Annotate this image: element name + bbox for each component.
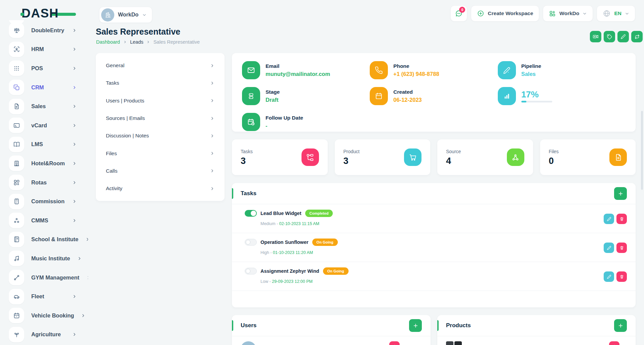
lead-menu-users-products[interactable]: Users | Products — [96, 92, 225, 110]
breadcrumb-current: Sales Representative — [153, 39, 200, 45]
task-name: Assignment Zephyr Wind — [260, 268, 319, 274]
task-priority: High - — [260, 250, 273, 255]
lead-call-button[interactable] — [590, 31, 601, 42]
sidebar-item-rotas[interactable]: Rotas — [0, 173, 88, 192]
add-user-button[interactable] — [409, 319, 422, 332]
task-priority: Low - — [260, 279, 272, 284]
logo-text: DASH — [22, 6, 59, 20]
phone-label: Phone — [393, 63, 439, 69]
workspace-avatar — [101, 8, 114, 21]
chevron-right-icon — [210, 63, 214, 68]
lead-menu-tasks[interactable]: Tasks — [96, 74, 225, 92]
workspace-dropdown[interactable]: WorkDo — [543, 5, 593, 21]
sidebar-item-lms[interactable]: LMS — [0, 135, 88, 154]
progress-value: 17% — [521, 90, 552, 99]
chevron-right-icon — [72, 142, 77, 146]
sidebar-item-hrm[interactable]: HRM — [0, 40, 88, 59]
users-card: Users — [232, 315, 431, 345]
users-title: Users — [241, 322, 256, 329]
chevron-right-icon — [72, 66, 77, 71]
sidebar-item-gym-management[interactable]: GYM Management — [0, 268, 88, 287]
language-dropdown[interactable]: EN — [597, 5, 635, 21]
sidebar-item-hotel-room[interactable]: Hotel&Room — [0, 154, 88, 173]
progress-bar — [521, 101, 552, 102]
share-nodes-icon — [507, 148, 524, 166]
cart-icon — [404, 148, 421, 166]
task-complete-toggle[interactable] — [245, 239, 257, 246]
lead-menu-discussion-notes[interactable]: Discussion | Notes — [96, 127, 225, 144]
delete-user-button[interactable] — [389, 341, 400, 345]
edit-task-button[interactable] — [604, 271, 614, 282]
sidebar-item-agriculture[interactable]: Agriculture — [0, 325, 88, 344]
product-row — [437, 336, 636, 345]
create-workspace-button[interactable]: Create Workspace — [471, 5, 539, 21]
sidebar-item-music-institute[interactable]: Music Institute — [0, 249, 88, 268]
edit-task-button[interactable] — [604, 243, 614, 253]
chevron-right-icon — [210, 186, 214, 191]
sidebar-item-vehicle-booking[interactable]: Vehicle Booking — [0, 306, 88, 325]
app: DASH WorkDo 0 Create Workspace WorkDo — [0, 0, 644, 345]
dash-logo[interactable]: DASH — [22, 6, 79, 21]
workspace-selector[interactable]: WorkDo — [99, 7, 152, 23]
lead-edit-button[interactable] — [617, 31, 629, 42]
sidebar-item-fleet[interactable]: Fleet — [0, 287, 88, 306]
delete-task-button[interactable] — [616, 243, 627, 253]
breadcrumb-dashboard[interactable]: Dashboard — [96, 39, 120, 45]
delete-task-button[interactable] — [616, 271, 627, 282]
sitemap-icon — [301, 148, 319, 166]
lead-menu-sources-emails[interactable]: Sources | Emails — [96, 110, 225, 127]
sidebar-item-cmms[interactable]: CMMS — [0, 211, 88, 230]
dumbbell-icon — [9, 270, 24, 285]
lead-menu-files[interactable]: Files — [96, 144, 225, 162]
task-row: Lead Blue Widget Completed Medium - 02-1… — [232, 204, 636, 233]
users-header: Users — [232, 315, 431, 336]
task-complete-toggle[interactable] — [245, 210, 257, 217]
lead-menu-general[interactable]: General — [96, 57, 225, 74]
add-product-button[interactable] — [614, 319, 627, 332]
tag-icon — [607, 34, 612, 40]
pencil-icon — [498, 61, 516, 79]
sidebar-item-crm[interactable]: CRM — [0, 78, 88, 97]
sidebar-item-school-institute[interactable]: School & Institute — [0, 230, 88, 249]
stat-card-files: Files0 — [540, 139, 636, 175]
stats-row: Tasks3 Product3 Source4 Files0 — [232, 139, 636, 175]
chevron-right-icon — [86, 275, 88, 280]
page-scrollbar[interactable] — [641, 111, 643, 190]
add-task-button[interactable] — [614, 187, 627, 200]
email-value: munuty@mailinator.com — [266, 71, 330, 77]
music-notes-icon — [9, 251, 24, 266]
task-complete-toggle[interactable] — [245, 268, 257, 274]
delete-product-button[interactable] — [609, 341, 619, 345]
exchange-arrows-icon — [634, 34, 640, 40]
trash-icon — [619, 274, 624, 279]
sidebar-item-sales[interactable]: Sales — [0, 97, 88, 116]
sidebar-item-commission[interactable]: Commission — [0, 192, 88, 211]
task-datetime: 29-09-2023 12:00 PM — [272, 279, 313, 284]
chevron-right-icon — [72, 85, 77, 90]
sidebar-item-label: GYM Management — [31, 274, 79, 281]
tasks-header: Tasks — [232, 183, 636, 204]
lead-email: Emailmunuty@mailinator.com — [242, 61, 370, 79]
breadcrumb-leads[interactable]: Leads — [130, 39, 144, 45]
sidebar-item-vcard[interactable]: vCard — [0, 116, 88, 135]
chevron-right-icon — [81, 313, 85, 318]
chevron-right-icon — [72, 199, 77, 204]
dots-grid-icon — [9, 60, 24, 76]
messages-button[interactable]: 0 — [450, 5, 467, 21]
chevron-right-icon — [210, 98, 214, 103]
lead-label-button[interactable] — [604, 31, 615, 42]
edit-task-button[interactable] — [604, 214, 614, 224]
sidebar-item-label: Agriculture — [31, 331, 65, 338]
lead-menu-calls[interactable]: Calls — [96, 162, 225, 180]
pencil-icon — [607, 217, 611, 221]
globe-icon — [603, 9, 611, 17]
menu-label: Discussion | Notes — [106, 133, 149, 139]
chevron-right-icon — [72, 47, 77, 51]
sidebar-item-pos[interactable]: POS — [0, 59, 88, 78]
calendar-icon — [370, 87, 388, 105]
video-plus-icon — [593, 34, 599, 40]
lead-menu-activity[interactable]: Activity — [96, 180, 225, 197]
delete-task-button[interactable] — [616, 214, 627, 224]
grid-add-icon — [9, 175, 24, 190]
lead-convert-button[interactable] — [631, 31, 643, 42]
